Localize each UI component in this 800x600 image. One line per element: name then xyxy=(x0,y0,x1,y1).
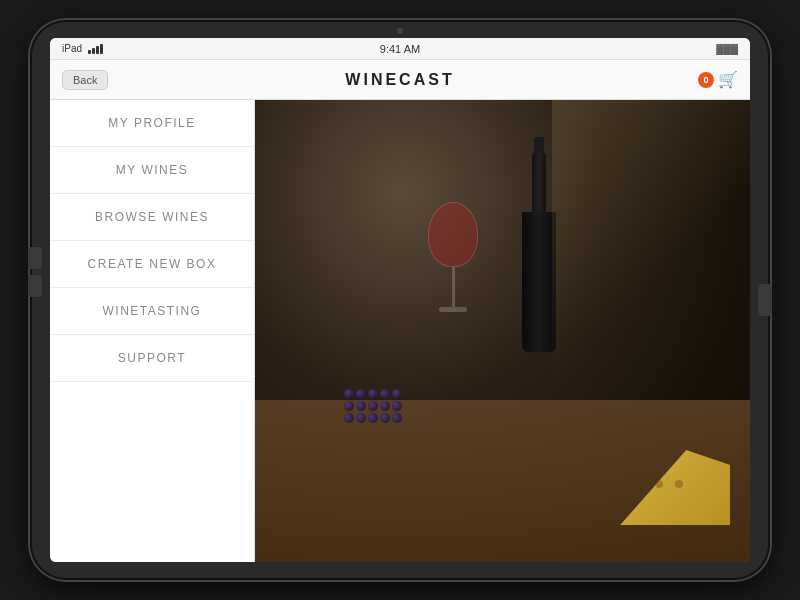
main-content: MY PROFILE MY WINES BROWSE WINES CREATE … xyxy=(50,100,750,562)
sidebar: MY PROFILE MY WINES BROWSE WINES CREATE … xyxy=(50,100,255,562)
wine-bottle xyxy=(522,137,556,337)
cheese-hole-1 xyxy=(635,480,643,488)
wine-hero-image xyxy=(255,100,750,562)
sidebar-item-winetasting[interactable]: WINETASTING xyxy=(50,288,254,335)
app-title: WINECAST xyxy=(345,71,454,89)
back-button[interactable]: Back xyxy=(62,70,108,90)
glass-base xyxy=(439,307,467,312)
screen: iPad 9:41 AM ▓▓▓ Back WINECAST 0 🛒 xyxy=(50,38,750,562)
cheese-holes xyxy=(635,480,683,488)
wine-background xyxy=(255,100,750,562)
grapes-cluster xyxy=(344,389,402,423)
bottle-cap xyxy=(534,137,544,152)
volume-down-button[interactable] xyxy=(28,275,42,297)
nav-bar: Back WINECAST 0 🛒 xyxy=(50,60,750,100)
wine-glass xyxy=(428,202,478,312)
wifi-icon xyxy=(88,44,103,54)
sidebar-item-create-new-box[interactable]: CREATE NEW BOX xyxy=(50,241,254,288)
glass-bowl xyxy=(428,202,478,267)
sidebar-item-my-profile[interactable]: MY PROFILE xyxy=(50,100,254,147)
home-button[interactable] xyxy=(758,284,772,316)
cart-count-badge: 0 xyxy=(698,72,714,88)
bottle-neck xyxy=(532,152,546,212)
cart-icon[interactable]: 🛒 xyxy=(718,70,738,89)
cheese-wedge xyxy=(620,450,730,525)
battery-label: ▓▓▓ xyxy=(716,43,738,54)
volume-buttons xyxy=(28,247,42,297)
device-name-label: iPad xyxy=(62,43,82,54)
sidebar-item-support[interactable]: SUPPORT xyxy=(50,335,254,382)
battery-indicator: ▓▓▓ xyxy=(716,43,738,54)
status-bar: iPad 9:41 AM ▓▓▓ xyxy=(50,38,750,60)
sidebar-item-browse-wines[interactable]: BROWSE WINES xyxy=(50,194,254,241)
sidebar-item-my-wines[interactable]: MY WINES xyxy=(50,147,254,194)
volume-up-button[interactable] xyxy=(28,247,42,269)
nav-right: 0 🛒 xyxy=(698,70,738,89)
cheese-hole-2 xyxy=(655,480,663,488)
cheese-wedge-area xyxy=(620,450,730,525)
status-time: 9:41 AM xyxy=(380,43,420,55)
cheese-hole-3 xyxy=(675,480,683,488)
bottle-body xyxy=(522,212,556,352)
status-left: iPad xyxy=(62,43,103,54)
tablet-frame: iPad 9:41 AM ▓▓▓ Back WINECAST 0 🛒 xyxy=(30,20,770,580)
glass-stem xyxy=(452,267,455,307)
